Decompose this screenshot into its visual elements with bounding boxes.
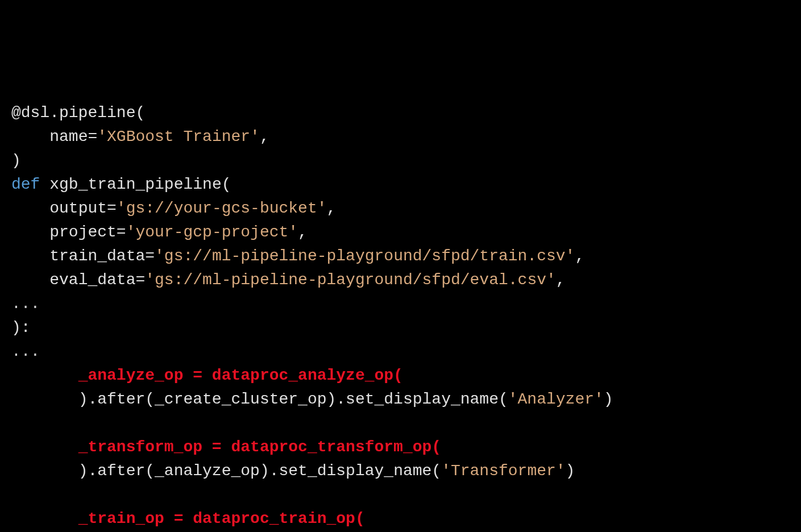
string-transformer: 'Transformer' (441, 462, 565, 480)
ellipsis: ... (11, 295, 40, 313)
close-paren: ) (604, 390, 613, 408)
string-literal: 'gs://ml-pipeline-playground/sfpd/eval.c… (145, 271, 556, 289)
comma: , (556, 271, 566, 289)
arg-create-cluster: _create_cluster_op (155, 390, 326, 408)
param-eval-data: eval_data (49, 271, 135, 289)
function-name: xgb_train_pipeline (49, 176, 221, 193)
after-call: ).after( (78, 462, 155, 480)
equals-sign: = (88, 128, 97, 146)
close-paren: ) (566, 462, 575, 480)
space (40, 176, 49, 193)
comma: , (260, 128, 269, 146)
equals-sign: = (135, 271, 145, 289)
after-call: ).after( (78, 390, 155, 408)
close-paren: ) (11, 152, 21, 169)
string-literal: 'your-gcp-project' (126, 223, 298, 241)
train-op-assign: _train_op = dataproc_train_op( (78, 510, 365, 527)
comma: , (298, 223, 308, 241)
string-literal: 'gs://your-gcs-bucket' (117, 200, 327, 217)
comma: , (327, 200, 337, 217)
analyze-op-assign: _analyze_op = dataproc_analyze_op( (78, 367, 403, 384)
open-paren: ( (222, 176, 231, 193)
param-project: project (49, 223, 117, 241)
transform-op-assign: _transform_op = dataproc_transform_op( (78, 438, 442, 456)
ellipsis: ... (11, 343, 40, 360)
close-paren-colon: ): (11, 319, 31, 336)
string-literal: 'gs://ml-pipeline-playground/sfpd/train.… (155, 247, 575, 265)
param-output: output (49, 200, 107, 217)
code-block: @dsl.pipeline( name='XGBoost Trainer', )… (11, 101, 790, 532)
def-keyword: def (11, 176, 40, 193)
string-literal: 'XGBoost Trainer' (97, 128, 260, 146)
arg-analyze-op: _analyze_op (155, 462, 260, 480)
decorator-line: @dsl.pipeline( (11, 104, 145, 122)
param-train-data: train_data (49, 247, 145, 265)
param-name: name (49, 128, 88, 146)
equals-sign: = (117, 223, 126, 241)
comma: , (575, 247, 584, 265)
string-analyzer: 'Analyzer' (508, 390, 604, 408)
set-display-call: ).set_display_name( (327, 390, 508, 408)
equals-sign: = (107, 200, 117, 217)
equals-sign: = (145, 247, 155, 265)
set-display-call: ).set_display_name( (260, 462, 441, 480)
